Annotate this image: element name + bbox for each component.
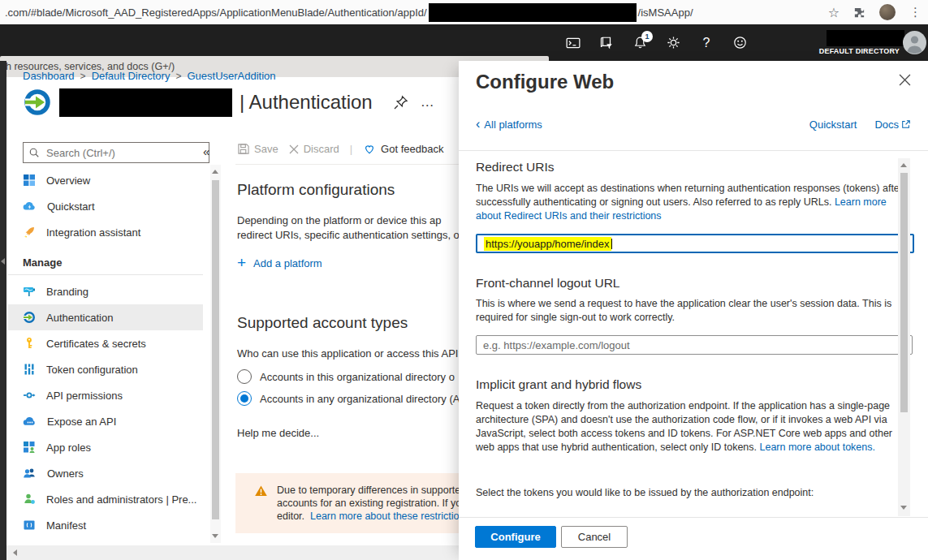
save-button[interactable]: Save	[237, 143, 278, 155]
warning-triangle-icon	[254, 485, 268, 498]
all-platforms-back-link[interactable]: ‹ All platforms	[476, 118, 542, 131]
notification-badge: 1	[641, 31, 653, 42]
implicit-grant-description: Request a token directly from the author…	[476, 399, 909, 454]
close-x-icon	[899, 74, 911, 86]
breadcrumb-default-directory[interactable]: Default Directory	[92, 70, 170, 82]
warning-line3-prefix: editor.	[277, 510, 304, 522]
radio-option-any-directory[interactable]: Accounts in any organizational directory…	[237, 391, 459, 406]
sidebar-item-roles-administrators[interactable]: Roles and administrators | Pre...	[8, 486, 203, 512]
rocket-icon	[23, 226, 36, 239]
sidebar-item-token-configuration[interactable]: Token configuration	[8, 356, 203, 382]
front-channel-logout-description: This is where we send a request to have …	[476, 297, 909, 325]
panel-divider	[459, 150, 928, 151]
sidebar-divider	[8, 274, 203, 275]
left-collapse-arrow-icon[interactable]	[1, 258, 5, 265]
sidebar-search-input[interactable]	[45, 146, 204, 160]
radio-unchecked-icon[interactable]	[237, 369, 252, 384]
authentication-icon	[23, 311, 36, 324]
bookmark-star-icon[interactable]: ☆	[828, 5, 840, 20]
azure-portal-screen: .com/#blade/Microsoft_AAD_RegisteredApps…	[0, 0, 928, 560]
sidebar-item-authentication[interactable]: Authentication	[8, 304, 203, 330]
sidebar-item-label: API permissions	[46, 390, 123, 402]
notifications-bell-icon[interactable]: 1	[632, 36, 647, 50]
scroll-down-arrow-icon[interactable]	[900, 506, 907, 510]
sidebar-item-expose-an-api[interactable]: Expose an API	[8, 408, 203, 434]
logout-url-input[interactable]	[476, 335, 913, 355]
command-bar-divider	[235, 164, 459, 165]
redirect-uri-value: https://youapp/home/index	[484, 238, 612, 250]
scroll-up-arrow-icon[interactable]	[900, 163, 907, 167]
portal-account-avatar[interactable]	[903, 31, 926, 57]
platform-configurations-heading: Platform configurations	[237, 181, 395, 199]
feedback-smiley-icon[interactable]	[732, 36, 747, 50]
redirect-uri-input[interactable]: https://youapp/home/index ✓	[476, 234, 914, 253]
sidebar-item-branding[interactable]: Branding	[8, 278, 203, 304]
app-roles-icon	[23, 441, 36, 454]
help-icon[interactable]: ?	[699, 36, 714, 50]
sidebar-item-api-permissions[interactable]: API permissions	[8, 382, 203, 408]
add-platform-button[interactable]: + Add a platform	[237, 254, 322, 272]
radio-option-this-directory[interactable]: Accounts in this organizational director…	[237, 369, 455, 384]
panel-nav-links: ‹ All platforms Quickstart Docs	[476, 118, 911, 131]
got-feedback-button[interactable]: Got feedback	[363, 143, 443, 155]
url-field[interactable]: .com/#blade/Microsoft_AAD_RegisteredApps…	[5, 0, 693, 24]
cancel-button[interactable]: Cancel	[561, 526, 628, 548]
scroll-up-arrow-icon[interactable]	[212, 170, 218, 174]
browser-menu-dots-icon[interactable]: ⋮	[909, 5, 922, 19]
browser-address-bar: .com/#blade/Microsoft_AAD_RegisteredApps…	[0, 0, 928, 25]
external-link-icon	[901, 119, 911, 129]
app-name-redaction	[59, 88, 232, 117]
scroll-left-arrow-icon[interactable]	[13, 549, 17, 556]
browser-profile-avatar[interactable]	[879, 4, 896, 20]
sidebar-item-overview[interactable]: Overview	[8, 167, 203, 193]
scrollbar-thumb[interactable]	[212, 180, 219, 519]
sidebar-item-owners[interactable]: Owners	[8, 460, 203, 486]
learn-more-tokens-link[interactable]: Learn more about tokens.	[760, 442, 875, 453]
sidebar-item-quickstart[interactable]: Quickstart	[8, 193, 203, 219]
got-feedback-label: Got feedback	[381, 143, 443, 155]
radio-checked-icon[interactable]	[237, 391, 252, 406]
panel-scrollbar[interactable]	[898, 158, 910, 516]
scroll-down-arrow-icon[interactable]	[212, 534, 218, 538]
portal-top-bar: h resources, services, and docs (G+/)	[0, 24, 928, 61]
help-me-decide-link[interactable]: Help me decide...	[237, 426, 319, 441]
roles-administrators-icon	[23, 493, 36, 506]
horizontal-scrollbar[interactable]	[6, 545, 459, 560]
url-prefix: .com/#blade/Microsoft_AAD_RegisteredApps…	[5, 6, 427, 19]
quickstart-link[interactable]: Quickstart	[809, 118, 857, 131]
extensions-puzzle-icon[interactable]	[853, 6, 865, 19]
breadcrumb-dashboard[interactable]: Dashboard	[23, 70, 75, 82]
discard-button[interactable]: Discard	[289, 143, 339, 155]
radio-option-label: Accounts in any organizational directory…	[260, 393, 459, 405]
sidebar-section-manage: Manage	[23, 256, 62, 269]
docs-link[interactable]: Docs	[874, 118, 911, 131]
scrollbar-thumb[interactable]	[900, 173, 908, 412]
account-name-redaction	[827, 30, 904, 46]
command-bar-separator: |	[350, 143, 352, 155]
quickstart-icon	[23, 200, 37, 213]
warning-banner: Due to temporary differences in supporte…	[235, 473, 459, 533]
sidebar-item-manifest[interactable]: Manifest	[8, 512, 203, 538]
platform-description-line1: Depending on the platform or device this…	[237, 213, 442, 228]
sidebar-item-certificates-secrets[interactable]: Certificates & secrets	[8, 330, 203, 356]
sidebar-item-label: Integration assistant	[46, 226, 140, 239]
settings-gear-icon[interactable]	[666, 36, 680, 50]
sidebar-search-box[interactable]	[23, 142, 209, 163]
overview-icon	[23, 174, 36, 187]
panel-close-button[interactable]	[899, 74, 911, 88]
sidebar-collapse-icon[interactable]: «	[203, 144, 209, 158]
sidebar-scrollbar[interactable]	[210, 165, 221, 543]
panel-title: Configure Web	[476, 71, 614, 93]
add-platform-label: Add a platform	[253, 257, 322, 269]
configure-button[interactable]: Configure	[475, 526, 556, 548]
sidebar-item-integration-assistant[interactable]: Integration assistant	[8, 219, 203, 245]
directory-filter-icon[interactable]	[599, 36, 614, 50]
sidebar-item-app-roles[interactable]: App roles	[8, 434, 203, 460]
warning-restrictions-link[interactable]: Learn more about these restrictions.	[310, 510, 459, 522]
api-permissions-icon	[23, 389, 36, 402]
cloud-shell-icon[interactable]	[566, 36, 581, 50]
select-tokens-label: Select the tokens you would like to be i…	[476, 486, 909, 500]
save-label: Save	[254, 143, 278, 155]
breadcrumb-separator-icon: >	[80, 71, 86, 82]
key-icon	[23, 337, 36, 350]
